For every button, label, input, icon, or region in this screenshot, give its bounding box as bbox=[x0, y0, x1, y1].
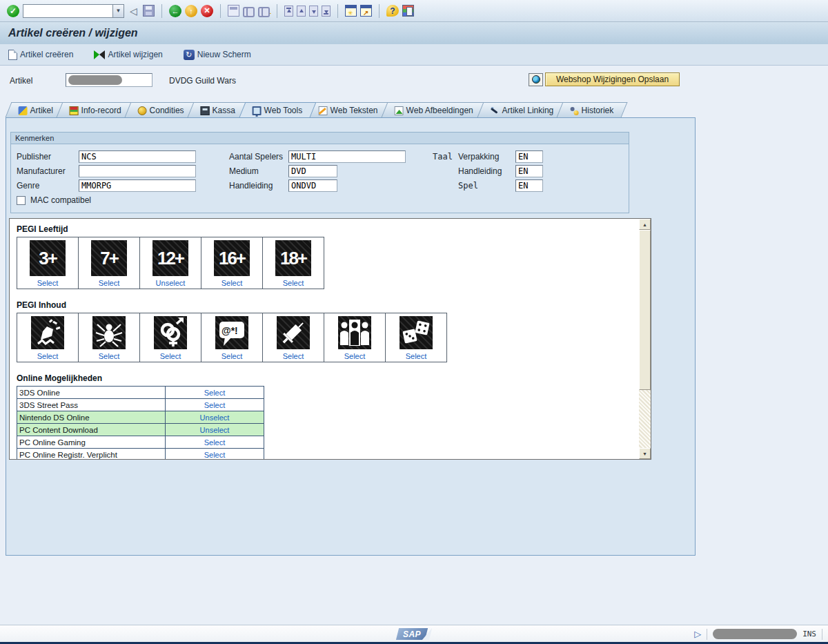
pegi-age-3-cell: 3+ Select bbox=[17, 237, 79, 289]
pegi-3-select-link[interactable]: Select bbox=[37, 279, 59, 287]
online-row-action-link[interactable]: Select bbox=[204, 451, 226, 459]
enter-check-icon[interactable]: ✓ bbox=[7, 5, 19, 17]
pegi-12-unselect-link[interactable]: Unselect bbox=[156, 279, 186, 287]
last-page-icon[interactable] bbox=[322, 6, 331, 17]
pegi-16-select-link[interactable]: Select bbox=[221, 279, 243, 287]
online-mogelijkheden-heading: Online Mogelijkheden bbox=[17, 373, 624, 383]
taal-handleiding-input[interactable] bbox=[515, 165, 543, 177]
command-dropdown-icon[interactable]: ▼ bbox=[112, 4, 124, 18]
online-row-action-link[interactable]: Select bbox=[204, 389, 226, 397]
pegi-scroll-panel: PEGI Leeftijd 3+ Select 7+ Select 12+ Un… bbox=[9, 218, 651, 460]
online-row-action-link[interactable]: Select bbox=[204, 438, 226, 447]
genre-label: Genre bbox=[17, 181, 39, 191]
pegi-7-select-link[interactable]: Select bbox=[99, 279, 120, 287]
back-button-icon[interactable]: ← bbox=[169, 5, 181, 17]
artikel-creeren-button[interactable]: Artikel creëren bbox=[8, 50, 73, 60]
command-input[interactable] bbox=[23, 4, 112, 18]
online-row-label: PC Content Download bbox=[17, 424, 166, 436]
taal-verpakking-input[interactable] bbox=[515, 150, 543, 163]
online-row-label: 3DS Street Pass bbox=[17, 399, 166, 411]
handleiding-input[interactable] bbox=[288, 179, 337, 192]
fear-select-link[interactable]: Select bbox=[99, 352, 120, 360]
status-expand-icon[interactable]: ▷ bbox=[694, 629, 701, 639]
gui-toolbar: ✓ ▼ ◁ ← ↑ ✕ + ? bbox=[0, 0, 828, 22]
online-row-action-link[interactable]: Unselect bbox=[200, 426, 230, 434]
toolbar-separator bbox=[277, 4, 277, 18]
genre-input[interactable] bbox=[79, 179, 196, 192]
redacted-artikel-number bbox=[68, 75, 122, 85]
online-row-action-link[interactable]: Select bbox=[204, 401, 226, 409]
save-icon[interactable] bbox=[143, 5, 155, 17]
artikel-wijzigen-button[interactable]: Artikel wijzigen bbox=[94, 50, 162, 59]
refresh-icon: ↻ bbox=[184, 50, 195, 60]
new-session-icon[interactable] bbox=[345, 5, 357, 17]
first-page-icon[interactable] bbox=[284, 6, 293, 17]
tab-artikel-linking[interactable]: Artikel Linking bbox=[477, 102, 567, 117]
pegi-7-icon: 7+ bbox=[91, 240, 127, 276]
status-separator bbox=[707, 629, 707, 640]
tab-web-tools[interactable]: Web Tools bbox=[239, 102, 315, 117]
page-up-icon[interactable] bbox=[297, 6, 306, 17]
mac-compatibel-checkbox[interactable] bbox=[17, 196, 26, 205]
scroll-up-icon[interactable]: ▲ bbox=[639, 219, 651, 230]
dice-icon bbox=[400, 316, 433, 349]
find-next-icon[interactable]: + bbox=[258, 5, 270, 17]
kenmerken-groupbox: Kenmerken Publisher Manufacturer Genre A… bbox=[10, 132, 629, 213]
tab-web-afbeeldingen[interactable]: Web Afbeeldingen bbox=[382, 102, 487, 117]
customize-layout-icon[interactable] bbox=[402, 5, 414, 17]
scroll-down-icon[interactable]: ▼ bbox=[639, 448, 651, 459]
pegi-age-7-cell: 7+ Select bbox=[79, 237, 140, 289]
bad-language-select-link[interactable]: Select bbox=[221, 352, 243, 360]
scrollbar-track[interactable] bbox=[639, 390, 651, 448]
taal-spel-input[interactable] bbox=[515, 179, 543, 192]
discrimination-select-link[interactable]: Select bbox=[344, 352, 366, 360]
pegi-18-icon: 18+ bbox=[275, 240, 311, 276]
exit-button-icon[interactable]: ↑ bbox=[185, 5, 197, 17]
webshop-save-button[interactable]: Webshop Wijzigingen Opslaan bbox=[545, 72, 680, 86]
webshop-globe-button[interactable] bbox=[529, 73, 543, 86]
tab-info-record[interactable]: Info-record bbox=[57, 102, 135, 117]
aantal-spelers-input[interactable] bbox=[288, 150, 406, 163]
tab-historiek[interactable]: Historiek bbox=[557, 102, 628, 117]
tab-web-teksten[interactable]: Web Teksten bbox=[306, 102, 392, 117]
toolbar-separator bbox=[220, 4, 221, 18]
tabstrip: Artikel Info-record Condities Kassa Web … bbox=[8, 102, 620, 117]
create-shortcut-icon[interactable] bbox=[360, 5, 372, 17]
violence-select-link[interactable]: Select bbox=[37, 352, 59, 360]
help-icon[interactable]: ? bbox=[386, 5, 399, 17]
online-mogelijkheden-table: 3DS Online Select 3DS Street Pass Select… bbox=[17, 386, 264, 460]
pegi-3-icon: 3+ bbox=[30, 240, 66, 276]
toolbar-separator bbox=[337, 4, 338, 18]
mac-compatibel-label: MAC compatibel bbox=[30, 195, 91, 205]
medium-input[interactable] bbox=[288, 165, 337, 177]
pegi-discrimination-cell: Select bbox=[324, 313, 386, 362]
redacted-system-info bbox=[713, 629, 797, 639]
gambling-select-link[interactable]: Select bbox=[406, 352, 427, 360]
nieuw-scherm-button[interactable]: ↻ Nieuw Scherm bbox=[184, 50, 251, 60]
print-icon[interactable] bbox=[228, 5, 239, 17]
drugs-select-link[interactable]: Select bbox=[283, 352, 304, 360]
table-row: Nintendo DS Online Unselect bbox=[17, 411, 264, 424]
publisher-label: Publisher bbox=[17, 152, 51, 162]
coin-icon bbox=[138, 106, 147, 115]
pegi-18-select-link[interactable]: Select bbox=[283, 279, 304, 287]
scrollbar-thumb[interactable] bbox=[639, 230, 651, 390]
manufacturer-input[interactable] bbox=[79, 165, 196, 177]
pegi-drugs-cell: Select bbox=[263, 313, 324, 362]
pegi-sex-cell: Select bbox=[140, 313, 201, 362]
cancel-button-icon[interactable]: ✕ bbox=[201, 5, 213, 17]
pen-icon bbox=[490, 106, 499, 115]
tab-condities[interactable]: Condities bbox=[125, 102, 198, 117]
find-icon[interactable] bbox=[243, 5, 255, 17]
online-row-action-link[interactable]: Unselect bbox=[200, 413, 230, 422]
back-triangle-icon[interactable]: ◁ bbox=[128, 5, 139, 17]
nieuw-scherm-label: Nieuw Scherm bbox=[197, 50, 251, 59]
online-row-label: PC Online Gaming bbox=[17, 436, 166, 449]
publisher-input[interactable] bbox=[79, 150, 196, 163]
sex-select-link[interactable]: Select bbox=[160, 352, 181, 360]
vertical-scrollbar[interactable]: ▲ ▼ bbox=[639, 219, 651, 459]
title-bar: Artikel creëren / wijzigen bbox=[0, 22, 828, 44]
taal-spel-label: Spel bbox=[458, 181, 478, 191]
page-down-icon[interactable] bbox=[309, 6, 318, 17]
handleiding-label: Handleiding bbox=[229, 181, 273, 191]
